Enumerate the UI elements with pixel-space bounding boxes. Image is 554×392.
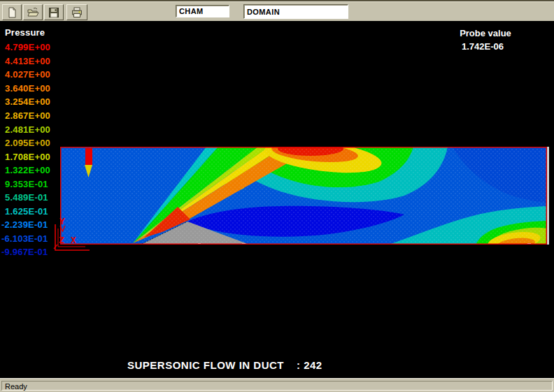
print-button[interactable]	[66, 4, 87, 20]
save-icon	[48, 6, 60, 19]
axis-z-label: Z	[59, 235, 64, 245]
axis-y-label: Y	[59, 216, 65, 226]
outlet-line	[547, 147, 548, 245]
graphics-canvas: Pressure 4.799E+004.413E+004.027E+003.64…	[0, 21, 554, 378]
status-bar: Ready	[0, 378, 554, 392]
status-panel: Ready	[1, 381, 553, 391]
domain-name-field[interactable]	[243, 4, 348, 19]
save-button[interactable]	[44, 4, 64, 20]
sweep-counter: : 242	[297, 359, 322, 371]
legend-entry: 2.481E+00	[5, 122, 68, 136]
contour-plot[interactable]: Y Z X	[49, 143, 554, 252]
legend-entry: 2.867E+00	[5, 109, 68, 123]
phoenics-viewer-window: Pressure 4.799E+004.413E+004.027E+003.64…	[0, 0, 554, 392]
legend-entry: 4.413E+00	[5, 55, 68, 68]
new-document-icon	[6, 6, 18, 19]
new-file-button[interactable]	[2, 4, 22, 20]
print-icon	[71, 6, 83, 19]
open-file-button[interactable]	[23, 4, 43, 20]
contour-field	[60, 143, 554, 252]
axis-x-label: X	[71, 235, 76, 245]
legend-entry: 3.640E+00	[5, 82, 68, 96]
probe-value-label: Probe value	[454, 28, 517, 38]
toolbar	[0, 0, 554, 22]
model-name-field[interactable]	[176, 5, 229, 17]
legend-entry: 4.799E+00	[5, 41, 68, 55]
case-title: SUPERSONIC FLOW IN DUCT	[127, 359, 284, 371]
legend-title: Pressure	[5, 27, 45, 38]
status-text: Ready	[5, 382, 27, 391]
probe-value: 1.742E-06	[451, 41, 514, 52]
plot-caption: SUPERSONIC FLOW IN DUCT : 242	[0, 359, 554, 373]
open-folder-icon	[27, 6, 39, 19]
legend-entry: 3.254E+00	[5, 95, 68, 109]
legend-entry: 4.027E+00	[5, 68, 68, 82]
